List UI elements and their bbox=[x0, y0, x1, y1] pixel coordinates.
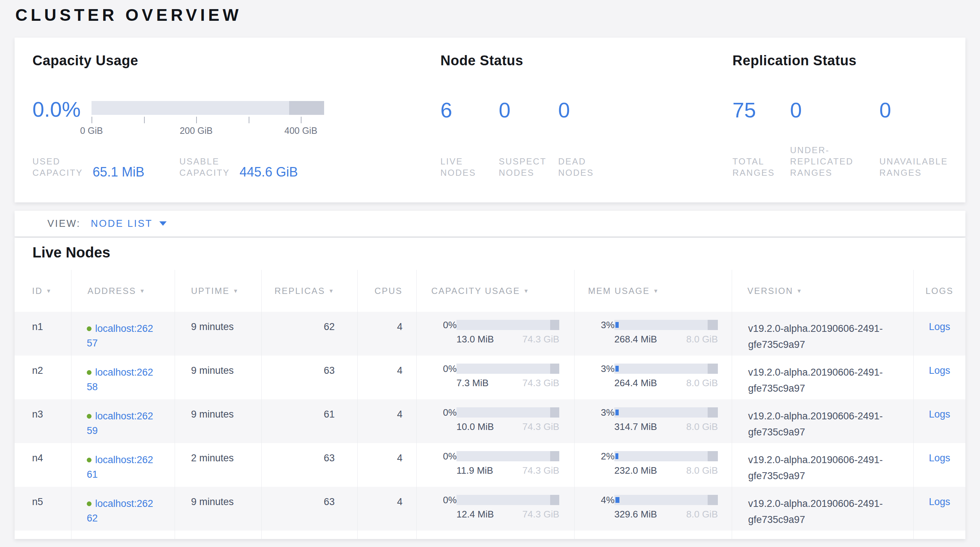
logs-link[interactable]: Logs bbox=[929, 409, 950, 420]
cell-version: v19.2.0-alpha.20190606-2491-gfe735c9a97 bbox=[732, 487, 914, 531]
node-live-dot bbox=[87, 414, 92, 419]
cell-uptime: 9 minutes bbox=[175, 399, 262, 443]
sort-arrow-icon[interactable]: ▼ bbox=[328, 288, 335, 294]
mem-usage-values: 264.4 MiB8.0 GiB bbox=[614, 377, 718, 389]
summary-stat-value: 6 bbox=[441, 99, 499, 121]
column-header-label: CAPACITY USAGE bbox=[431, 286, 520, 296]
summary-stat-value: 445.6 GiB bbox=[240, 165, 298, 179]
column-header-uptime[interactable]: UPTIME▼ bbox=[175, 270, 262, 312]
address-link[interactable]: localhost:26258 bbox=[87, 365, 156, 394]
address-link[interactable]: localhost:26262 bbox=[87, 496, 156, 525]
sort-arrow-icon[interactable]: ▼ bbox=[523, 288, 530, 294]
view-dropdown[interactable]: NODE LIST bbox=[91, 218, 153, 229]
mem-usage-total: 8.0 GiB bbox=[686, 465, 718, 476]
summary-stat: 0UNDER-REPLICATEDRANGES bbox=[790, 99, 880, 178]
cell-node-id: n2 bbox=[14, 356, 72, 399]
node-live-dot bbox=[87, 326, 92, 331]
replication-status-section: Replication Status 75TOTALRANGES0UNDER-R… bbox=[732, 53, 958, 202]
mem-usage-percent: 3% bbox=[601, 320, 614, 331]
logs-link[interactable]: Logs bbox=[929, 496, 950, 507]
summary-stat-value: 0 bbox=[558, 99, 638, 121]
capacity-usage-bar bbox=[457, 320, 559, 330]
column-header-capacity[interactable]: CAPACITY USAGE▼ bbox=[417, 270, 574, 312]
mem-usage-values: 232.0 MiB8.0 GiB bbox=[614, 465, 718, 476]
cell-address: localhost:26261 bbox=[72, 443, 175, 487]
cell-mem: 3%264.4 MiB8.0 GiB bbox=[574, 356, 732, 399]
mem-usage-total: 8.0 GiB bbox=[686, 377, 718, 389]
mem-usage-used: 268.4 MiB bbox=[614, 334, 657, 345]
column-header-label: LOGS bbox=[926, 286, 954, 296]
column-header-address[interactable]: ADDRESS▼ bbox=[72, 270, 175, 312]
capacity-usage-values: 13.0 MiB74.3 GiB bbox=[457, 334, 559, 345]
capacity-usage-used: 7.3 MiB bbox=[457, 377, 488, 389]
table-row: n4localhost:262612 minutes6340%11.9 MiB7… bbox=[14, 443, 966, 487]
cell-mem: 3%314.7 MiB8.0 GiB bbox=[574, 399, 732, 443]
mem-usage-bar bbox=[614, 495, 718, 505]
capacity-usage-other-segment bbox=[550, 451, 559, 461]
cell-uptime: 9 minutes bbox=[175, 356, 262, 399]
cell-replicas: 61 bbox=[262, 399, 358, 443]
column-header-label: CPUS bbox=[374, 286, 402, 296]
cell-node-id: n1 bbox=[14, 312, 72, 356]
table-row: n2localhost:262589 minutes6340%7.3 MiB74… bbox=[14, 356, 966, 399]
mem-usage-percent: 3% bbox=[601, 363, 614, 375]
column-header-version[interactable]: VERSION▼ bbox=[732, 270, 914, 312]
cell-address: localhost:26262 bbox=[72, 487, 175, 531]
mem-usage-used: 329.6 MiB bbox=[614, 509, 657, 520]
sort-arrow-icon[interactable]: ▼ bbox=[46, 288, 52, 294]
stat-label-line: USABLE bbox=[180, 156, 240, 167]
mem-usage-percent: 4% bbox=[601, 495, 614, 506]
cell-replicas bbox=[262, 531, 358, 539]
mem-usage-line: 3% bbox=[601, 407, 732, 418]
column-header-label: VERSION bbox=[748, 286, 793, 296]
address-link[interactable]: localhost:26257 bbox=[87, 321, 156, 350]
mem-usage-used: 232.0 MiB bbox=[614, 465, 657, 476]
summary-stat: USABLECAPACITY445.6 GiB bbox=[180, 156, 298, 178]
mem-usage-fill bbox=[616, 410, 619, 415]
cell-version: v19.2.0-alpha.20190606-2491-gfe735c9a97 bbox=[732, 443, 914, 487]
cell-capacity: 0%10.0 MiB74.3 GiB bbox=[417, 399, 574, 443]
summary-stat-value: 65.1 MiB bbox=[92, 165, 145, 179]
column-header-replicas[interactable]: REPLICAS▼ bbox=[262, 270, 358, 312]
mem-usage-used: 264.4 MiB bbox=[614, 377, 657, 389]
stat-label: UNAVAILABLERANGES bbox=[880, 156, 967, 178]
logs-link[interactable]: Logs bbox=[929, 453, 950, 463]
mem-usage-bar bbox=[614, 451, 718, 461]
mem-usage-line: 4% bbox=[601, 495, 732, 506]
mem-usage-fill bbox=[616, 497, 619, 503]
summary-stat: 0UNAVAILABLERANGES bbox=[880, 99, 967, 178]
mem-usage-values: 314.7 MiB8.0 GiB bbox=[614, 421, 718, 433]
sort-arrow-icon[interactable]: ▼ bbox=[653, 288, 659, 294]
capacity-usage-percent: 0% bbox=[443, 320, 457, 331]
mem-usage-percent: 2% bbox=[601, 451, 614, 462]
column-header-mem[interactable]: MEM USAGE▼ bbox=[574, 270, 732, 312]
stat-label-line: DEAD bbox=[558, 156, 638, 167]
stat-label-line: USED bbox=[32, 156, 92, 167]
replication-status-stats: 75TOTALRANGES0UNDER-REPLICATEDRANGES0UNA… bbox=[732, 99, 967, 178]
mem-usage-values: 329.6 MiB8.0 GiB bbox=[614, 509, 718, 520]
summary-stat: 0DEADNODES bbox=[558, 99, 638, 178]
address-link[interactable]: localhost:26259 bbox=[87, 409, 156, 438]
live-nodes-card: Live Nodes ID▼ADDRESS▼UPTIME▼REPLICAS▼CP… bbox=[14, 238, 966, 539]
column-header-id[interactable]: ID▼ bbox=[14, 270, 72, 312]
address-link[interactable]: localhost:26261 bbox=[87, 453, 156, 482]
summary-stat-value: 0 bbox=[880, 99, 967, 121]
capacity-usage-used: 11.9 MiB bbox=[457, 465, 493, 476]
stat-label-line: RANGES bbox=[732, 167, 790, 178]
mem-usage-total: 8.0 GiB bbox=[686, 421, 718, 433]
mem-usage-line: 3% bbox=[601, 320, 732, 331]
sort-arrow-icon[interactable]: ▼ bbox=[797, 288, 803, 294]
chevron-down-icon[interactable] bbox=[159, 221, 167, 226]
sort-arrow-icon[interactable]: ▼ bbox=[233, 288, 239, 294]
logs-link[interactable]: Logs bbox=[929, 365, 950, 376]
cell-uptime: 2 minutes bbox=[175, 443, 262, 487]
logs-link[interactable]: Logs bbox=[929, 321, 950, 332]
sort-arrow-icon[interactable]: ▼ bbox=[140, 288, 146, 294]
cell-logs: Logs bbox=[914, 487, 966, 531]
summary-stat-value: 0 bbox=[790, 99, 880, 121]
version-text: v19.2.0-alpha.20190606-2491-gfe735c9a97 bbox=[748, 364, 903, 396]
capacity-usage-values: 7.3 MiB74.3 GiB bbox=[457, 377, 559, 389]
cell-cpus: 4 bbox=[358, 487, 417, 531]
column-header-label: ID bbox=[32, 286, 43, 296]
cell-node-id: n5 bbox=[14, 487, 72, 531]
